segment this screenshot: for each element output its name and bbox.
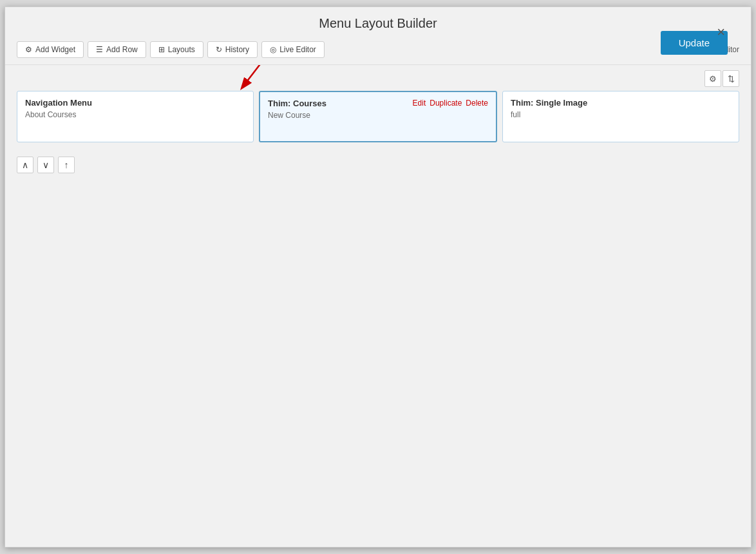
- delete-link[interactable]: Delete: [466, 99, 488, 108]
- add-widget-button[interactable]: ⚙ Add Widget: [17, 41, 84, 58]
- row-up-button[interactable]: ∧: [17, 157, 33, 173]
- duplicate-link[interactable]: Duplicate: [430, 99, 462, 108]
- edit-link[interactable]: Edit: [413, 99, 426, 108]
- rows-icon: ☰: [96, 45, 103, 54]
- row-move-icon[interactable]: ⇅: [723, 70, 739, 87]
- row-down-button[interactable]: ∨: [37, 157, 54, 173]
- widget-navigation-menu: Navigation Menu About Courses: [17, 91, 254, 142]
- widget-3-title: Thim: Single Image: [511, 98, 731, 108]
- widget-2-subtitle: New Course: [268, 111, 488, 120]
- widget-2-title: Thim: Courses: [268, 99, 326, 108]
- history-button[interactable]: ↻ History: [207, 41, 258, 58]
- widgets-row: Navigation Menu About Courses Thim: Cour…: [17, 91, 739, 150]
- row-move-button[interactable]: ↑: [58, 157, 75, 173]
- widget-2-actions: Edit Duplicate Delete: [413, 99, 488, 108]
- dialog-title: Menu Layout Builder: [17, 15, 739, 31]
- add-row-button[interactable]: ☰ Add Row: [88, 41, 146, 58]
- layouts-button[interactable]: ⊞ Layouts: [150, 41, 203, 58]
- editor-icon: ◎: [270, 45, 276, 54]
- history-icon: ↻: [216, 45, 222, 54]
- widget-1-subtitle: About Courses: [25, 110, 245, 119]
- close-button[interactable]: ×: [713, 24, 729, 41]
- live-editor-button[interactable]: ◎ Live Editor: [261, 41, 325, 58]
- row-settings-icon[interactable]: ⚙: [704, 70, 721, 87]
- main-content: ⚙ ⇅ Navigation Menu About Courses: [5, 65, 751, 547]
- grid-icon: ⊞: [158, 45, 165, 54]
- gear-icon: ⚙: [25, 45, 32, 54]
- widget-thim-courses: Thim: Courses Edit Duplicate Delete New …: [259, 91, 497, 142]
- widget-3-subtitle: full: [511, 110, 731, 119]
- row-footer: ∧ ∨ ↑: [17, 150, 739, 176]
- widget-1-title: Navigation Menu: [25, 98, 245, 108]
- widget-thim-single-image: Thim: Single Image full: [502, 91, 739, 142]
- toolbar: ⚙ Add Widget ☰ Add Row ⊞ Layouts ↻ Histo…: [5, 35, 751, 65]
